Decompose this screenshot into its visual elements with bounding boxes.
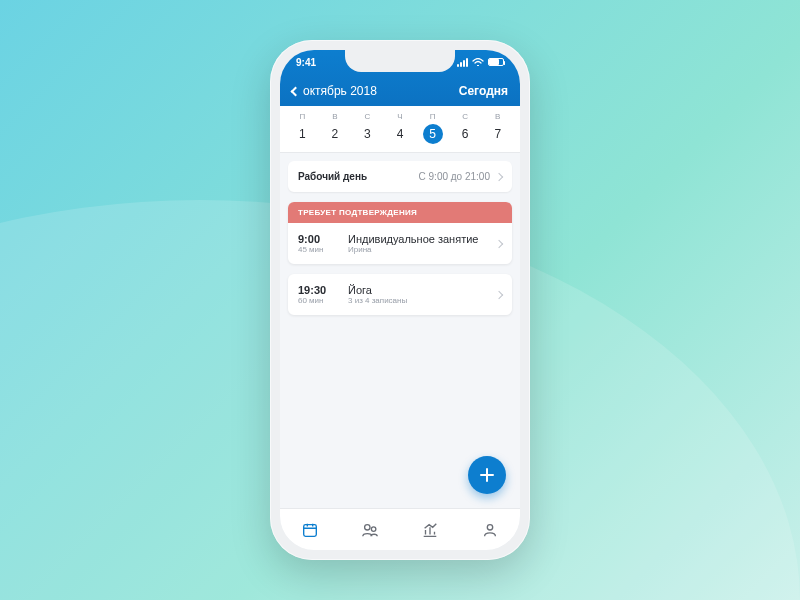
day-col[interactable]: В7 [481,110,514,144]
background: 9:41 октябрь 2018 Сегодня П1 В2 С3 Ч4 [0,0,800,600]
day-col[interactable]: С6 [449,110,482,144]
screen: 9:41 октябрь 2018 Сегодня П1 В2 С3 Ч4 [280,50,520,550]
worktime-label: Рабочий день [298,171,367,182]
svg-point-2 [371,526,376,531]
day-col[interactable]: В2 [319,110,352,144]
day-col[interactable]: С3 [351,110,384,144]
day-col[interactable]: Ч4 [384,110,417,144]
tab-stats[interactable] [400,509,460,550]
today-button[interactable]: Сегодня [459,84,508,98]
svg-rect-0 [304,524,317,536]
event-row[interactable]: 9:00 45 мин Индивидуальное занятие Ирина [288,223,512,264]
tab-calendar[interactable] [280,509,340,550]
clients-icon [361,521,379,539]
event-row[interactable]: 19:30 60 мин Йога 3 из 4 записаны [288,274,512,315]
battery-icon [488,58,504,66]
chevron-right-icon [495,239,503,247]
back-button[interactable]: октябрь 2018 [292,84,377,98]
worktime-value: С 9:00 до 21:00 [419,171,502,182]
event-time: 19:30 60 мин [298,284,338,305]
tab-clients[interactable] [340,509,400,550]
profile-icon [481,521,499,539]
tab-profile[interactable] [460,509,520,550]
wifi-icon [472,58,484,67]
notch [345,50,455,72]
svg-point-1 [365,524,370,529]
day-col[interactable]: П1 [286,110,319,144]
chevron-right-icon [495,290,503,298]
status-time: 9:41 [296,57,316,68]
stats-icon [421,521,439,539]
plus-icon [479,467,495,483]
svg-point-3 [487,524,492,529]
signal-icon [457,58,468,67]
chevron-left-icon [291,86,301,96]
week-strip: П1 В2 С3 Ч4 П5 С6 В7 [280,106,520,153]
day-col-selected[interactable]: П5 [416,110,449,144]
event-card: 19:30 60 мин Йога 3 из 4 записаны [288,274,512,315]
worktime-row[interactable]: Рабочий день С 9:00 до 21:00 [288,161,512,192]
tab-bar [280,508,520,550]
add-button[interactable] [468,456,506,494]
phone-frame: 9:41 октябрь 2018 Сегодня П1 В2 С3 Ч4 [270,40,530,560]
event-body: Индивидуальное занятие Ирина [348,233,486,254]
status-icons [457,58,504,67]
chevron-right-icon [495,172,503,180]
month-label: октябрь 2018 [303,84,377,98]
event-card-pending: ТРЕБУЕТ ПОДТВЕРЖДЕНИЯ 9:00 45 мин Индиви… [288,202,512,264]
event-time: 9:00 45 мин [298,233,338,254]
calendar-icon [301,521,319,539]
pending-banner: ТРЕБУЕТ ПОДТВЕРЖДЕНИЯ [288,202,512,223]
event-body: Йога 3 из 4 записаны [348,284,486,305]
